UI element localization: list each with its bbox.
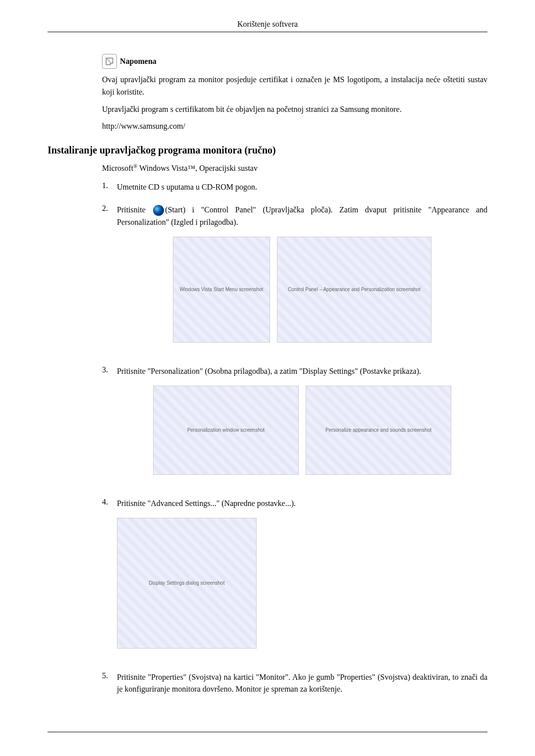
- note-icon: [102, 54, 117, 69]
- step-3-text: Pritisnite "Personalization" (Osobna pri…: [117, 365, 487, 487]
- registered-mark: ®: [133, 163, 138, 169]
- step-3-number: 3.: [102, 365, 117, 374]
- step-2-number: 2.: [102, 204, 117, 213]
- section-heading: Instaliranje upravljačkog programa monit…: [48, 145, 487, 156]
- step-1-number: 1.: [102, 181, 117, 190]
- subheading-rest: Windows Vista™, Operacijski sustav: [138, 164, 258, 173]
- step-1: 1. Umetnite CD s uputama u CD-ROM pogon.: [102, 181, 487, 194]
- screenshot-advanced-settings: Display Settings dialog screenshot: [117, 518, 257, 649]
- screenshot-personalization: Personalization window screenshot: [153, 386, 299, 475]
- screenshot-display-settings: Personalize appearance and sounds screen…: [306, 386, 451, 475]
- screenshot-control-panel: Control Panel – Appearance and Personali…: [277, 237, 431, 343]
- note-paragraph-2: Upravljački program s certifikatom bit ć…: [102, 103, 487, 116]
- subheading-prefix: Microsoft: [102, 164, 133, 173]
- step-1-text: Umetnite CD s uputama u CD-ROM pogon.: [117, 181, 487, 194]
- note-label: Napomena: [120, 57, 157, 66]
- install-steps-list: 1. Umetnite CD s uputama u CD-ROM pogon.…: [102, 181, 487, 696]
- step-2-text: Pritisnite (Start) i "Control Panel" (Up…: [117, 204, 487, 354]
- step-3-text-span: Pritisnite "Personalization" (Osobna pri…: [117, 367, 421, 375]
- step-4-number: 4.: [102, 498, 117, 506]
- subheading: Microsoft® Windows Vista™, Operacijski s…: [102, 163, 487, 173]
- step-4-text: Pritisnite "Advanced Settings..." (Napre…: [117, 498, 487, 660]
- step-2: 2. Pritisnite (Start) i "Control Panel" …: [102, 204, 487, 354]
- step-4-images: Display Settings dialog screenshot: [117, 518, 487, 649]
- step-2-images: Windows Vista Start Menu screenshot Cont…: [117, 237, 487, 343]
- note-paragraph-1: Ovaj upravljački program za monitor posj…: [102, 74, 487, 99]
- header-divider: [48, 32, 487, 32]
- screenshot-start-menu: Windows Vista Start Menu screenshot: [173, 237, 270, 343]
- note-url: http://www.samsung.com/: [102, 120, 487, 133]
- step-4-text-span: Pritisnite "Advanced Settings..." (Napre…: [117, 499, 296, 507]
- step-3-images: Personalization window screenshot Person…: [117, 386, 487, 475]
- page-header-title: Korištenje softvera: [48, 20, 487, 29]
- step-3: 3. Pritisnite "Personalization" (Osobna …: [102, 365, 487, 487]
- footer-divider: [48, 732, 487, 732]
- step-4: 4. Pritisnite "Advanced Settings..." (Na…: [102, 498, 487, 660]
- step-2-text-after: (Start) i "Control Panel" (Upravljačka p…: [117, 205, 487, 226]
- step-5-number: 5.: [102, 671, 117, 680]
- note-block: Napomena Ovaj upravljački program za mon…: [102, 54, 487, 133]
- step-2-text-before: Pritisnite: [117, 205, 152, 214]
- windows-start-orb-icon: [153, 205, 164, 216]
- step-5-text: Pritisnite "Properties" (Svojstva) na ka…: [117, 671, 487, 696]
- step-5: 5. Pritisnite "Properties" (Svojstva) na…: [102, 671, 487, 696]
